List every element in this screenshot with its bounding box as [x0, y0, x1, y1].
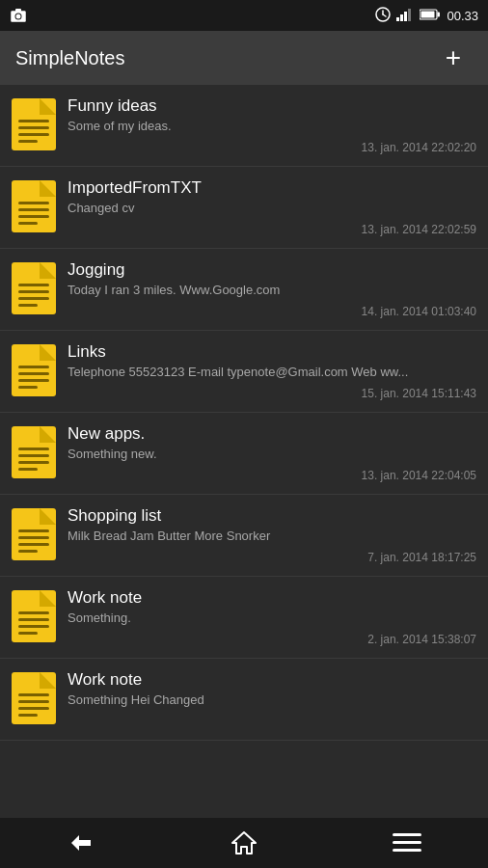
note-title: Shopping list — [68, 506, 476, 526]
svg-rect-20 — [18, 140, 38, 143]
notes-list: Funny ideas Some of my ideas. 13. jan. 2… — [0, 85, 488, 818]
svg-rect-31 — [18, 297, 49, 300]
note-item[interactable]: Shopping list Milk Bread Jam Butter More… — [0, 495, 488, 577]
svg-point-3 — [16, 14, 21, 19]
battery-icon — [420, 9, 441, 23]
note-content: Shopping list Milk Bread Jam Butter More… — [68, 506, 476, 564]
add-note-button[interactable]: + — [434, 39, 473, 77]
svg-rect-17 — [18, 120, 49, 122]
note-preview: Today I ran 3 miles. Www.Google.com — [68, 283, 434, 299]
svg-rect-23 — [18, 202, 49, 204]
svg-rect-10 — [404, 12, 407, 21]
nav-bar — [0, 818, 488, 868]
svg-rect-63 — [393, 833, 421, 836]
svg-rect-54 — [18, 618, 49, 621]
home-button[interactable] — [215, 824, 273, 862]
note-item[interactable]: New apps. Something new. 13. jan. 2014 2… — [0, 413, 488, 495]
note-content: Jogging Today I ran 3 miles. Www.Google.… — [68, 260, 476, 318]
note-title: New apps. — [68, 424, 476, 444]
note-content: Links Telephone 55523123 E-mail typenote… — [68, 342, 476, 400]
note-item[interactable]: Links Telephone 55523123 E-mail typenote… — [0, 331, 488, 413]
note-item[interactable]: Work note Something. 2. jan. 2014 15:38:… — [0, 577, 488, 659]
svg-rect-11 — [408, 9, 411, 21]
app-bar: SimpleNotes + — [0, 31, 488, 85]
svg-rect-59 — [18, 693, 49, 696]
note-preview: Changed cv — [68, 201, 434, 217]
note-timestamp: 7. jan. 2014 18:17:25 — [68, 551, 476, 564]
note-content: Work note Something Hei Changed — [68, 670, 476, 709]
svg-rect-65 — [393, 849, 421, 852]
svg-rect-55 — [18, 625, 49, 628]
svg-rect-50 — [18, 550, 38, 553]
svg-rect-44 — [18, 468, 38, 471]
back-button[interactable] — [52, 824, 110, 862]
note-preview: Something Hei Changed — [68, 692, 434, 709]
note-icon — [12, 590, 56, 642]
note-timestamp: 2. jan. 2014 15:38:07 — [68, 633, 476, 646]
note-icon — [12, 344, 56, 396]
note-icon — [12, 426, 56, 478]
note-content: Funny ideas Some of my ideas. 13. jan. 2… — [68, 96, 476, 154]
svg-rect-37 — [18, 379, 49, 382]
note-title: Funny ideas — [68, 96, 476, 116]
svg-rect-64 — [393, 841, 421, 844]
status-left — [10, 7, 27, 24]
note-icon — [12, 508, 56, 560]
note-preview: Telephone 55523123 E-mail typenote@Gmail… — [68, 365, 434, 381]
time-display: 00.33 — [447, 9, 478, 23]
svg-rect-24 — [18, 208, 49, 211]
svg-rect-35 — [18, 366, 49, 368]
svg-rect-9 — [400, 14, 403, 21]
svg-rect-61 — [18, 707, 49, 710]
note-icon — [12, 672, 56, 724]
svg-rect-53 — [18, 611, 49, 614]
note-item[interactable]: Work note Something Hei Changed — [0, 659, 488, 741]
note-timestamp: 13. jan. 2014 22:04:05 — [68, 469, 476, 482]
note-icon — [12, 180, 56, 232]
menu-button[interactable] — [378, 824, 436, 862]
svg-rect-49 — [18, 543, 49, 546]
svg-rect-48 — [18, 536, 49, 539]
svg-line-7 — [383, 14, 386, 16]
svg-rect-43 — [18, 461, 49, 464]
camera-icon — [10, 7, 27, 24]
note-item[interactable]: ImportedFromTXT Changed cv 13. jan. 2014… — [0, 167, 488, 249]
clock-icon — [375, 7, 391, 25]
svg-rect-30 — [18, 290, 49, 293]
note-title: Work note — [68, 588, 476, 608]
svg-rect-18 — [18, 126, 49, 129]
note-title: Links — [68, 342, 476, 362]
note-icon — [12, 98, 56, 150]
note-content: New apps. Something new. 13. jan. 2014 2… — [68, 424, 476, 482]
note-preview: Milk Bread Jam Butter More Snorker — [68, 529, 434, 545]
svg-rect-4 — [15, 9, 21, 12]
note-timestamp: 13. jan. 2014 22:02:59 — [68, 223, 476, 236]
svg-rect-13 — [438, 12, 441, 16]
svg-rect-29 — [18, 284, 49, 286]
note-title: ImportedFromTXT — [68, 178, 476, 198]
note-timestamp: 14. jan. 2014 01:03:40 — [68, 305, 476, 318]
svg-rect-42 — [18, 454, 49, 457]
note-item[interactable]: Funny ideas Some of my ideas. 13. jan. 2… — [0, 85, 488, 167]
svg-rect-41 — [18, 448, 49, 450]
note-timestamp: 15. jan. 2014 15:11:43 — [68, 387, 476, 400]
svg-rect-8 — [396, 17, 399, 21]
svg-rect-60 — [18, 700, 49, 703]
note-timestamp: 13. jan. 2014 22:02:20 — [68, 141, 476, 154]
note-icon — [12, 262, 56, 314]
note-title: Jogging — [68, 260, 476, 280]
note-content: ImportedFromTXT Changed cv 13. jan. 2014… — [68, 178, 476, 236]
note-title: Work note — [68, 670, 476, 690]
note-content: Work note Something. 2. jan. 2014 15:38:… — [68, 588, 476, 646]
svg-rect-38 — [18, 386, 38, 389]
svg-rect-47 — [18, 529, 49, 532]
note-preview: Something. — [68, 610, 434, 627]
svg-rect-26 — [18, 222, 38, 225]
note-item[interactable]: Jogging Today I ran 3 miles. Www.Google.… — [0, 249, 488, 331]
app-title: SimpleNotes — [15, 47, 124, 69]
svg-rect-62 — [18, 714, 38, 717]
svg-rect-19 — [18, 133, 49, 136]
svg-rect-36 — [18, 372, 49, 375]
status-right: 00.33 — [375, 7, 478, 25]
note-preview: Some of my ideas. — [68, 119, 434, 135]
